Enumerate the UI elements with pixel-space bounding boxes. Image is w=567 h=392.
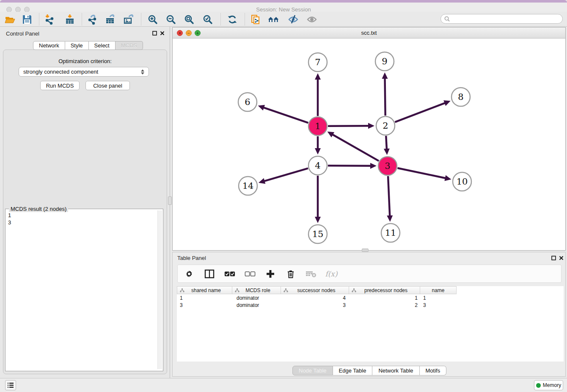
graph-edge[interactable]: [386, 136, 387, 150]
close-panel-button[interactable]: Close panel: [85, 81, 130, 90]
clone-network-icon[interactable]: [250, 14, 261, 25]
column-header-name[interactable]: name: [420, 286, 457, 294]
toolbar-separator: [220, 13, 221, 25]
control-panel: Control Panel Network Style Select MCDS …: [0, 27, 170, 378]
hide-all-columns-icon[interactable]: [245, 268, 256, 279]
tab-node-table[interactable]: Node Table: [292, 366, 333, 375]
table-panel-tabs: Node Table Edge Table Network Table Moti…: [292, 366, 446, 375]
graph-edge[interactable]: [263, 168, 308, 182]
graph-edge-arrowhead: [384, 149, 390, 155]
hide-graphics-details-icon[interactable]: [287, 14, 299, 25]
graph-edge-arrowhead: [368, 123, 374, 129]
table-panel-title: Table Panel: [177, 255, 206, 261]
optimization-criterion-select[interactable]: strongly connected component: [19, 67, 149, 77]
column-type-icon: [235, 288, 239, 293]
graph-edge-arrowhead: [315, 73, 321, 80]
network-window-titlebar: × − + scc.txt: [173, 28, 565, 39]
tab-network[interactable]: Network: [33, 41, 65, 50]
status-bar: Memory: [0, 378, 567, 392]
table-panel: Table Panel f(x): [172, 252, 566, 377]
float-panel-icon[interactable]: [152, 30, 157, 36]
float-table-panel-icon[interactable]: [551, 255, 556, 261]
optimization-criterion-label: Optimization criterion:: [0, 58, 170, 64]
tab-select[interactable]: Select: [89, 41, 116, 50]
export-network-icon[interactable]: [86, 14, 98, 25]
mcds-result-box: MCDS result (2 nodes) 1 3: [5, 209, 163, 371]
graph-edge[interactable]: [385, 77, 385, 116]
column-header-predecessor-nodes[interactable]: predecessor nodes: [349, 286, 420, 294]
graph-node-label: 14: [242, 181, 254, 191]
table-row[interactable]: 3 dominator 3 2 3: [177, 301, 457, 309]
export-table-icon[interactable]: [105, 14, 116, 25]
save-session-icon[interactable]: [21, 14, 33, 25]
vertical-splitter-handle[interactable]: [168, 196, 172, 205]
tab-style[interactable]: Style: [65, 41, 89, 50]
graph-edge[interactable]: [395, 103, 446, 122]
zoom-in-icon[interactable]: [147, 14, 158, 25]
graph-edge[interactable]: [328, 166, 372, 166]
ndex-browse-icon[interactable]: [268, 14, 279, 25]
zoom-selected-icon[interactable]: [202, 14, 213, 25]
table-row[interactable]: 1 dominator 4 1 1: [177, 294, 457, 301]
network-view-window: × − + scc.txt 1234678910111415: [172, 27, 566, 251]
graph-node-label: 3: [385, 161, 390, 171]
memory-label: Memory: [543, 382, 561, 388]
graph-node-label: 15: [312, 229, 324, 239]
delete-column-icon[interactable]: [285, 268, 296, 279]
table-toolbar: f(x): [177, 265, 561, 283]
search-input[interactable]: [452, 16, 559, 22]
network-graph[interactable]: 1234678910111415: [173, 39, 565, 251]
show-all-columns-icon[interactable]: [224, 268, 235, 279]
graph-edge[interactable]: [332, 134, 379, 161]
graph-edge[interactable]: [388, 176, 390, 217]
control-panel-tabs: Network Style Select MCDS: [33, 41, 143, 50]
show-panels-menu-button[interactable]: [5, 380, 16, 390]
graph-node-label: 6: [245, 97, 250, 107]
close-panel-icon[interactable]: [160, 30, 165, 36]
control-panel-title: Control Panel: [6, 30, 39, 37]
graph-edge[interactable]: [328, 126, 369, 126]
tab-edge-table[interactable]: Edge Table: [333, 366, 373, 375]
graph-edge[interactable]: [397, 168, 446, 178]
tab-mcds[interactable]: MCDS: [116, 41, 143, 50]
memory-status-dot: [536, 383, 541, 388]
mcds-result-lines: 1 3: [8, 212, 11, 226]
node-table: shared name MCDS role successor nodes pr…: [177, 286, 564, 362]
column-type-icon: [352, 288, 356, 293]
result-scrollbar-track[interactable]: [157, 210, 162, 369]
create-column-icon[interactable]: [265, 268, 276, 279]
close-table-panel-icon[interactable]: [559, 255, 564, 261]
delete-table-icon: [306, 268, 317, 279]
table-settings-gear-icon[interactable]: [184, 268, 195, 279]
select-chevrons-icon: [141, 69, 144, 75]
run-mcds-button[interactable]: Run MCDS: [40, 81, 80, 90]
import-table-icon[interactable]: [64, 14, 75, 25]
memory-button[interactable]: Memory: [534, 380, 563, 390]
show-graphics-details-icon[interactable]: [306, 14, 317, 25]
graph-edge-arrowhead: [315, 148, 321, 155]
column-header-shared-name[interactable]: shared name: [177, 286, 232, 294]
tab-motifs[interactable]: Motifs: [420, 366, 447, 375]
open-file-icon[interactable]: [4, 14, 16, 25]
graph-edge-arrowhead: [370, 163, 377, 169]
zoom-out-icon[interactable]: [165, 14, 176, 25]
export-image-icon[interactable]: [123, 14, 134, 25]
column-header-mcds-role[interactable]: MCDS role: [232, 286, 281, 294]
browse-mode-icon[interactable]: [204, 268, 215, 279]
horizontal-splitter-handle[interactable]: [362, 248, 369, 252]
zoom-fit-icon[interactable]: [183, 14, 195, 25]
graph-node-label: 8: [458, 92, 463, 102]
graph-node-label: 2: [383, 121, 388, 131]
tab-network-table[interactable]: Network Table: [372, 366, 419, 375]
column-header-successor-nodes[interactable]: successor nodes: [281, 286, 349, 294]
import-network-icon[interactable]: [44, 14, 55, 25]
column-type-icon: [284, 288, 288, 293]
graph-node-label: 1: [315, 121, 320, 131]
titlebar: Session: New Session: [0, 3, 567, 12]
search-icon: [444, 16, 450, 22]
graph-edge-arrowhead: [258, 105, 265, 110]
refresh-view-icon[interactable]: [226, 14, 238, 25]
graph-edge-arrowhead: [444, 175, 451, 181]
network-window-title: scc.txt: [173, 30, 565, 36]
graph-edge[interactable]: [263, 107, 308, 123]
